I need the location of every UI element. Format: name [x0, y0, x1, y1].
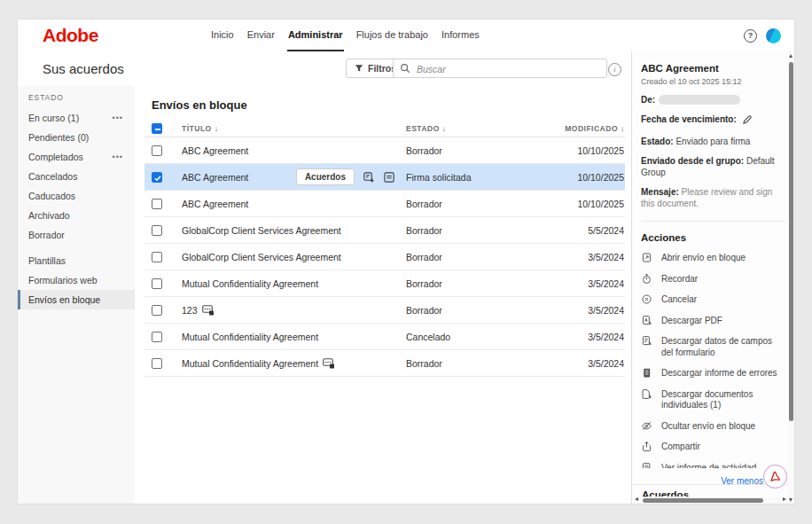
sidebar-item-label: Envíos en bloque: [28, 294, 100, 305]
table-row[interactable]: 123 Borrador 3/5/2024: [144, 297, 625, 324]
row-checkbox[interactable]: [152, 358, 162, 369]
main-nav: Inicio Enviar Administrar Flujos de trab…: [210, 20, 480, 51]
table-row-selected[interactable]: ABC Agreement Acuerdos Firma solicitada …: [144, 164, 625, 191]
scroll-right-arrow-icon[interactable]: [783, 497, 786, 501]
column-header-titulo[interactable]: TÍTULO↓: [182, 124, 406, 133]
info-icon[interactable]: i: [608, 63, 621, 76]
table-row[interactable]: GlobalCorp Client Services Agreement Bor…: [144, 244, 625, 270]
sidebar-item-archivado[interactable]: Archivado: [18, 206, 135, 225]
action-download-pdf[interactable]: Descargar PDF: [641, 316, 778, 327]
nav-informes[interactable]: Informes: [441, 20, 480, 51]
column-header-estado[interactable]: ESTADO↓: [406, 124, 554, 133]
row-status: Borrador: [406, 225, 554, 236]
row-modified: 3/5/2024: [554, 252, 625, 262]
row-status: Firma solicitada: [406, 172, 554, 183]
adobe-logo[interactable]: Adobe: [43, 25, 98, 46]
scroll-left-arrow-icon[interactable]: [635, 497, 638, 501]
sidebar-item-envios-en-bloque[interactable]: Envíos en bloque: [18, 290, 135, 309]
row-checkbox[interactable]: [152, 225, 162, 236]
page-title: Sus acuerdos: [43, 61, 124, 76]
table-row[interactable]: Mutual Confidentiality Agreement Borrado…: [144, 350, 625, 377]
edit-pencil-icon[interactable]: [742, 117, 753, 127]
row-status: Borrador: [406, 145, 554, 156]
sidebar-item-label: Cancelados: [28, 171, 77, 182]
action-download-individual-docs[interactable]: Descargar documentos individuales (1): [641, 389, 778, 411]
row-checkbox[interactable]: [152, 172, 162, 183]
row-status: Cancelado: [406, 332, 554, 342]
row-modified: 10/10/2025: [554, 172, 625, 183]
row-checkbox[interactable]: [152, 145, 162, 156]
table-header-row: TÍTULO↓ ESTADO↓ MODIFICADO↓: [144, 120, 625, 137]
row-checkbox[interactable]: [152, 252, 162, 262]
nav-flujos-de-trabajo[interactable]: Flujos de trabajo: [355, 20, 429, 51]
select-all-checkbox[interactable]: [152, 123, 162, 134]
action-open-bulk-send[interactable]: Abrir envío en bloque: [641, 253, 778, 264]
table-row[interactable]: GlobalCorp Client Services Agreement Bor…: [144, 217, 625, 244]
table-row[interactable]: Mutual Confidentiality Agreement Cancela…: [144, 324, 625, 350]
nav-administrar[interactable]: Administrar: [287, 20, 344, 51]
action-share[interactable]: Compartir: [641, 442, 778, 453]
sidebar-item-formularios-web[interactable]: Formularios web: [18, 270, 135, 290]
search-icon: [400, 63, 410, 74]
action-remind[interactable]: Recordar: [641, 274, 778, 285]
user-avatar[interactable]: [766, 28, 781, 43]
message-label: Mensaje:: [641, 187, 679, 197]
acrobat-launcher-button[interactable]: [763, 465, 787, 489]
download-individual-docs-icon: [641, 388, 652, 400]
main-content: Envíos en bloque TÍTULO↓ ESTADO↓ MODIFIC…: [135, 86, 631, 504]
sidebar-item-label: Archivado: [28, 210, 70, 221]
more-menu-icon[interactable]: •••: [113, 147, 123, 167]
row-checkbox[interactable]: [152, 199, 162, 209]
group-label: Enviado desde el grupo:: [641, 156, 744, 166]
note-badge-icon: [323, 358, 334, 369]
sidebar-item-pendientes[interactable]: Pendientes (0): [18, 128, 135, 147]
agreements-button[interactable]: Acuerdos: [296, 168, 355, 185]
sidebar-item-plantillas[interactable]: Plantillas: [18, 251, 135, 270]
row-title: Mutual Confidentiality Agreement: [182, 332, 318, 342]
action-download-error-report[interactable]: Descargar informe de errores: [641, 368, 778, 379]
vertical-scrollbar-thumb[interactable]: [789, 62, 793, 421]
vertical-scrollbar[interactable]: [788, 51, 794, 497]
nav-inicio[interactable]: Inicio: [210, 20, 235, 51]
scroll-up-arrow-icon[interactable]: [789, 54, 792, 58]
row-checkbox[interactable]: [152, 305, 162, 316]
nav-enviar[interactable]: Enviar: [246, 20, 276, 51]
row-title: 123: [182, 305, 198, 316]
row-title: ABC Agreement: [182, 199, 248, 209]
status-value: Enviado para firma: [675, 137, 750, 146]
row-checkbox[interactable]: [152, 278, 162, 289]
sidebar-item-caducados[interactable]: Caducados: [18, 186, 135, 206]
scroll-down-arrow-icon[interactable]: [789, 498, 792, 502]
column-header-modificado[interactable]: MODIFICADO↓: [554, 124, 625, 133]
table-row[interactable]: ABC Agreement Borrador 10/10/2025: [144, 191, 625, 217]
row-checkbox[interactable]: [152, 332, 162, 342]
row-status: Borrador: [406, 252, 554, 262]
horizontal-scrollbar-thumb[interactable]: [643, 498, 763, 503]
more-menu-icon[interactable]: •••: [113, 108, 123, 128]
row-modified: 3/5/2024: [554, 278, 625, 289]
sidebar-item-completados[interactable]: Completados •••: [18, 147, 135, 167]
status-label: Estado:: [641, 137, 674, 146]
table-row[interactable]: Mutual Confidentiality Agreement Borrado…: [144, 270, 625, 297]
horizontal-scrollbar[interactable]: [633, 497, 788, 504]
sidebar-item-label: Formularios web: [28, 275, 98, 285]
sidebar-item-label: Caducados: [28, 191, 75, 201]
toolbar: Sus acuerdos Filtros i: [18, 51, 631, 87]
download-pdf-icon: [641, 315, 652, 326]
action-download-form-data[interactable]: Descargar datos de campos del formulario: [641, 336, 778, 358]
action-hide-bulk-send[interactable]: Ocultar envío en bloque: [641, 421, 778, 433]
table-title: Envíos en bloque: [152, 98, 631, 112]
sidebar-item-borrador[interactable]: Borrador: [18, 225, 135, 245]
sidebar-item-en-curso[interactable]: En curso (1) •••: [18, 108, 135, 128]
from-value-redacted: [659, 95, 740, 105]
search-input[interactable]: [415, 60, 605, 78]
help-icon[interactable]: ?: [744, 29, 757, 43]
action-cancel[interactable]: Cancelar: [641, 294, 778, 306]
row-status: Borrador: [406, 199, 554, 209]
notes-icon[interactable]: [383, 171, 395, 184]
table-row[interactable]: ABC Agreement Borrador 10/10/2025: [144, 137, 625, 164]
sidebar-item-cancelados[interactable]: Cancelados: [18, 167, 135, 186]
export-data-icon[interactable]: [363, 171, 375, 184]
sort-down-icon: ↓: [215, 124, 219, 133]
sidebar-item-label: Completados: [28, 152, 83, 162]
